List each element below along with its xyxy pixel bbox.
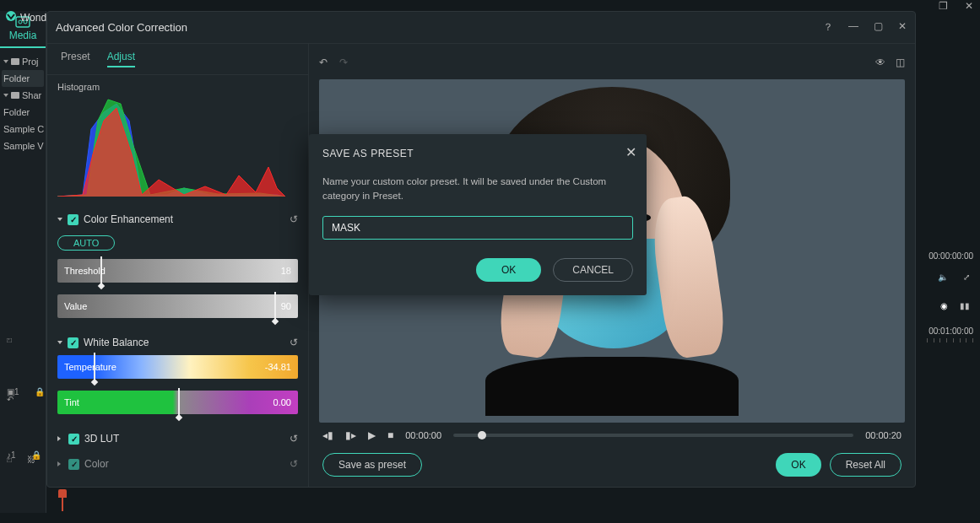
section-white-balance[interactable]: ✓ White Balance ↺ [57, 330, 298, 355]
cc-titlebar: Advanced Color Correction ？ — ▢ ✕ [47, 12, 915, 44]
histogram [57, 95, 285, 197]
progress-bar[interactable] [453, 434, 853, 437]
audio-track-badge: ♪1🔒 [7, 450, 41, 460]
lock-icon[interactable]: 🔒 [35, 387, 45, 396]
tab-preset[interactable]: Preset [61, 51, 90, 67]
tint-slider[interactable]: Tint 0.00 [57, 391, 298, 414]
cc-title: Advanced Color Correction [56, 21, 187, 34]
ruler-label: 00:01:00:00 [929, 326, 973, 336]
app-titlebar: ❐ ✕ [0, 0, 980, 11]
timeline-strip: 00:00:00:00 🔈 ⤢ ◉ ▮▮ 00:01:00:00 [916, 11, 980, 513]
reset-icon[interactable]: ↺ [290, 213, 298, 225]
temperature-slider[interactable]: Temperature -34.81 [57, 355, 298, 379]
pause-icon[interactable]: ▮▮ [960, 301, 970, 310]
section-3d-lut[interactable]: ✓ 3D LUT ↺ [57, 426, 298, 451]
minimize-icon[interactable]: — [848, 20, 858, 35]
app-name: Wond [20, 12, 46, 24]
dialog-title: SAVE AS PRESET [322, 148, 633, 159]
ruler-ticks [927, 338, 973, 345]
tree-item[interactable]: Folder [2, 70, 44, 87]
tree-item[interactable]: Folder [2, 104, 44, 121]
help-icon[interactable]: ？ [823, 20, 833, 35]
record-icon[interactable]: ◉ [940, 301, 948, 310]
compare-icon[interactable]: 👁 [875, 57, 885, 68]
video-track-badge: ▣1🔒 [7, 387, 45, 396]
transport-bar: ◂▮ ▮▸ ▶ ■ 00:00:00 00:00:20 [319, 423, 905, 443]
reset-icon[interactable]: ↺ [290, 433, 298, 445]
close-icon[interactable]: ✕ [898, 20, 907, 35]
section-color[interactable]: ✓ Color ↺ [57, 451, 298, 477]
reset-icon[interactable]: ↺ [290, 337, 298, 348]
adjust-panel: Preset Adjust Histogram ✓ Color Enhancem… [47, 44, 309, 487]
timeline-track-badges: ⏍ ↶ ⏍⛓ [7, 335, 35, 464]
app-logo-icon [5, 10, 17, 24]
tree-item[interactable]: Sample Vid [2, 137, 44, 154]
current-time: 00:00:00 [405, 430, 441, 440]
maximize-icon[interactable]: ▢ [874, 20, 883, 35]
threshold-slider[interactable]: Threshold 18 [57, 259, 298, 283]
color-correction-window: Advanced Color Correction ？ — ▢ ✕ Preset… [46, 11, 916, 488]
dialog-close-icon[interactable]: ✕ [625, 144, 636, 160]
dialog-cancel-button[interactable]: CANCEL [553, 258, 633, 282]
value-slider[interactable]: Value 90 [57, 294, 298, 318]
lock-icon[interactable]: 🔒 [31, 450, 41, 460]
dialog-ok-button[interactable]: OK [476, 258, 541, 282]
checkbox-icon[interactable]: ✓ [68, 459, 79, 470]
total-time: 00:00:20 [865, 430, 901, 440]
media-tab-label: Media [9, 30, 37, 41]
histogram-label: Histogram [57, 82, 298, 92]
tab-adjust[interactable]: Adjust [107, 51, 135, 67]
ok-button[interactable]: OK [776, 453, 820, 477]
app-close-icon[interactable]: ✕ [965, 0, 973, 12]
project-tree: Proj Folder Shar Folder Sample Co Sample… [0, 48, 46, 159]
preset-name-input[interactable] [322, 216, 633, 240]
next-frame-icon[interactable]: ▮▸ [345, 429, 356, 441]
dialog-description: Name your custom color preset. It will b… [322, 175, 633, 204]
checkbox-icon[interactable]: ✓ [68, 214, 79, 225]
volume-icon[interactable]: 🔈 [938, 272, 948, 282]
reset-icon[interactable]: ↺ [290, 458, 298, 470]
tree-item[interactable]: Shar [2, 87, 44, 104]
checkbox-icon[interactable]: ✓ [68, 434, 79, 445]
redo-icon[interactable]: ↷ [339, 57, 348, 68]
split-view-icon[interactable]: ◫ [896, 57, 905, 68]
prev-frame-icon[interactable]: ◂▮ [322, 429, 333, 441]
timeline-timecode: 00:00:00:00 [929, 251, 973, 261]
tree-item[interactable]: Proj [2, 53, 44, 70]
stop-icon[interactable]: ■ [387, 429, 393, 441]
save-preset-dialog: SAVE AS PRESET ✕ Name your custom color … [309, 134, 647, 295]
save-preset-button[interactable]: Save as preset [322, 453, 422, 477]
fullscreen-icon[interactable]: ⤢ [963, 272, 970, 282]
add-track-icon[interactable]: ⏍ [7, 335, 12, 344]
undo-icon[interactable]: ↶ [319, 57, 328, 68]
reset-all-button[interactable]: Reset All [830, 453, 901, 477]
auto-button[interactable]: AUTO [57, 235, 115, 251]
tree-item[interactable]: Sample Co [2, 121, 44, 137]
restore-icon[interactable]: ❐ [939, 0, 948, 12]
section-color-enhancement[interactable]: ✓ Color Enhancement ↺ [57, 207, 298, 232]
play-icon[interactable]: ▶ [368, 429, 376, 441]
playhead[interactable] [62, 489, 914, 511]
checkbox-icon[interactable]: ✓ [68, 337, 79, 348]
